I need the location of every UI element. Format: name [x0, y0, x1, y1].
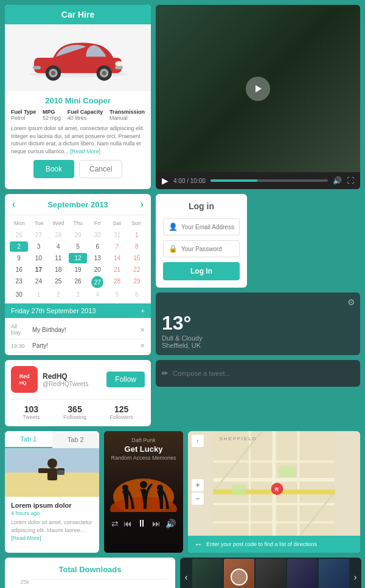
- cal-event-close[interactable]: ✕: [140, 342, 145, 349]
- follow-button[interactable]: Follow: [106, 372, 145, 387]
- cal-day[interactable]: 29: [69, 230, 87, 240]
- strip-prev-button[interactable]: ‹: [180, 572, 192, 582]
- cal-day[interactable]: 4: [88, 289, 106, 300]
- cal-wed: Wed: [49, 219, 68, 227]
- car-specs: Fuel Type Petrol MPG 52 mpg Fuel Capacit…: [11, 109, 145, 121]
- cal-day[interactable]: 20: [88, 265, 106, 275]
- cal-day[interactable]: 5: [69, 241, 87, 252]
- email-field[interactable]: [181, 224, 234, 230]
- strip-photo[interactable]: [319, 559, 349, 588]
- cal-day[interactable]: 16: [10, 265, 28, 275]
- cal-day[interactable]: 15: [128, 253, 146, 263]
- login-button[interactable]: Log In: [163, 262, 240, 280]
- cal-day[interactable]: 17: [29, 265, 47, 275]
- cal-prev-button[interactable]: ‹: [12, 199, 15, 210]
- cal-day[interactable]: 11: [49, 253, 68, 263]
- cal-day-today[interactable]: 12: [69, 253, 87, 263]
- directions-icon[interactable]: ↔: [194, 539, 203, 549]
- map-compass[interactable]: ↑: [192, 435, 204, 447]
- cal-grid: Mon Tue Wed Thu Fri Sat Sun 26 27 28 29 …: [5, 215, 151, 303]
- gear-icon[interactable]: ⚙: [347, 297, 355, 307]
- cal-day[interactable]: 29: [128, 276, 146, 288]
- pause-icon[interactable]: ⏸: [137, 518, 147, 529]
- cal-day[interactable]: 4: [49, 241, 68, 252]
- cal-day[interactable]: 5: [108, 289, 126, 300]
- cal-day[interactable]: 26: [69, 276, 87, 288]
- cal-next-button[interactable]: ›: [141, 199, 144, 210]
- cal-day[interactable]: 6: [128, 289, 146, 300]
- volume-music-icon[interactable]: 🔊: [165, 519, 176, 528]
- transmission-value: Manual: [109, 115, 145, 121]
- tab1-button[interactable]: Tab 1: [5, 431, 52, 448]
- next-icon[interactable]: ⏭: [152, 519, 161, 528]
- map-svg: R SHEFFIELD: [188, 431, 360, 553]
- followers-label: Followers: [109, 414, 133, 420]
- compose-input[interactable]: [173, 370, 354, 377]
- cal-day[interactable]: 1: [29, 289, 47, 300]
- video-play-button[interactable]: ▶: [162, 176, 169, 185]
- cal-day[interactable]: 10: [29, 253, 47, 263]
- svg-rect-16: [47, 468, 57, 480]
- cal-day[interactable]: 28: [49, 230, 68, 240]
- cal-event-item: AllDay My Birthday! ✕: [5, 320, 151, 339]
- strip-photo[interactable]: [224, 559, 254, 588]
- cal-day[interactable]: 31: [108, 230, 126, 240]
- music-title: Get Lucky: [109, 444, 178, 454]
- cal-day[interactable]: 2: [49, 289, 68, 300]
- strip-photo[interactable]: [287, 559, 318, 588]
- strip-photos: [192, 559, 349, 588]
- map-zoom-out[interactable]: −: [192, 493, 204, 505]
- svg-rect-17: [38, 468, 48, 473]
- fuel-type-value: Petrol: [11, 115, 36, 121]
- cal-day[interactable]: 30: [10, 289, 28, 300]
- cal-day[interactable]: 19: [69, 265, 87, 275]
- cal-day[interactable]: 2: [10, 241, 28, 252]
- cal-day[interactable]: 26: [10, 230, 28, 240]
- cal-day[interactable]: 27: [29, 230, 47, 240]
- cal-event-close[interactable]: ✕: [140, 327, 145, 333]
- cal-day[interactable]: 6: [88, 241, 106, 252]
- tweets-label: Tweets: [23, 414, 40, 420]
- strip-photo[interactable]: [192, 559, 223, 588]
- svg-point-7: [102, 71, 106, 75]
- cal-day[interactable]: 13: [88, 253, 106, 263]
- cal-day[interactable]: 23: [10, 276, 28, 288]
- tab-read-more-link[interactable]: [Read More]: [11, 535, 41, 541]
- cal-day[interactable]: 3: [29, 241, 47, 252]
- cancel-button[interactable]: Cancel: [79, 160, 122, 178]
- cal-day[interactable]: 21: [108, 265, 126, 275]
- strip-next-button[interactable]: ›: [349, 572, 361, 582]
- video-area[interactable]: [156, 5, 360, 172]
- cal-day[interactable]: 1: [128, 230, 146, 240]
- compose-card: ✏: [156, 360, 360, 387]
- cal-day[interactable]: 3: [69, 289, 87, 300]
- cal-day[interactable]: 25: [49, 276, 68, 288]
- cal-day[interactable]: 22: [128, 265, 146, 275]
- cal-day[interactable]: 24: [29, 276, 47, 288]
- book-button[interactable]: Book: [33, 160, 74, 178]
- svg-rect-38: [232, 485, 246, 496]
- fullscreen-icon[interactable]: ⛶: [347, 176, 354, 185]
- cal-day[interactable]: 9: [10, 253, 28, 263]
- cal-day[interactable]: 18: [49, 265, 68, 275]
- video-play-overlay[interactable]: [246, 77, 270, 101]
- shuffle-icon[interactable]: ⇄: [111, 519, 119, 528]
- prev-icon[interactable]: ⏮: [123, 519, 132, 528]
- volume-icon[interactable]: 🔊: [333, 176, 342, 185]
- cal-day[interactable]: 30: [88, 230, 106, 240]
- cal-event-add[interactable]: +: [141, 307, 145, 314]
- svg-point-15: [47, 458, 57, 468]
- svg-text:SHEFFIELD: SHEFFIELD: [220, 436, 257, 441]
- read-more-link[interactable]: [Read More]: [71, 148, 101, 154]
- cal-day-highlighted[interactable]: 27: [91, 276, 103, 288]
- cal-day[interactable]: 8: [128, 241, 146, 252]
- video-progress-bar[interactable]: [210, 179, 328, 182]
- cal-day[interactable]: 7: [108, 241, 126, 252]
- right-col: Log in 👤 🔒 Log In ⚙ 13° Dull & Cloudy Sh…: [156, 194, 360, 355]
- cal-day[interactable]: 28: [108, 276, 126, 288]
- strip-photo[interactable]: [255, 559, 286, 588]
- cal-day[interactable]: 14: [108, 253, 126, 263]
- password-field[interactable]: [181, 246, 234, 252]
- tab2-button[interactable]: Tab 2: [52, 431, 100, 448]
- map-zoom-in[interactable]: +: [192, 479, 204, 491]
